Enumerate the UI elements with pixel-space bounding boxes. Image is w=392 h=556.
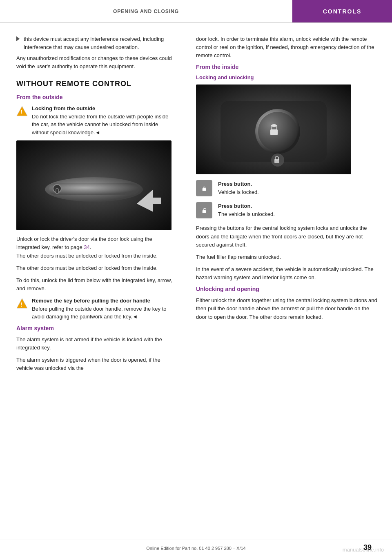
from-outside-title: From the outside [16,94,176,100]
lock-text-2: Press button. The vehicle is unlocked. [218,202,275,218]
header-right-label: CONTROLS [292,0,392,22]
svg-text:!: ! [21,109,23,116]
lock-icon-box-2 [196,202,212,218]
locking-unlocking-title: Locking and unlocking [196,74,380,80]
warning-icon-1: ! [16,105,28,117]
svg-rect-6 [56,189,58,193]
warning1-text: Do not lock the vehicle from the outside… [32,113,169,136]
door-lock-para: door lock. In order to terminate this al… [196,35,380,60]
page-link-34[interactable]: 34 [84,244,89,250]
door-handle-svg [16,140,172,230]
bullet-icon [16,36,20,41]
svg-text:!: ! [21,301,23,308]
main-content: this device must accept any interference… [0,23,392,376]
unlocking-opening-title: Unlocking and opening [196,286,380,292]
right-column: door lock. In order to terminate this al… [188,35,392,376]
page-number: 39 [363,543,372,552]
svg-rect-19 [274,159,279,163]
alarm-para1: The alarm system is not armed if the veh… [16,336,176,352]
svg-rect-4 [49,183,139,195]
interior-lock-svg [196,85,351,174]
warning-block-2: ! Remove the key before pulling the door… [16,297,176,321]
warning-text-2: Remove the key before pulling the door h… [32,297,176,321]
lock-press-2: Press button. [218,203,252,209]
lock-icon-box-1 [196,180,212,196]
bullet-text: this device must accept any interference… [24,35,176,51]
alarm-title: Alarm system [16,325,176,331]
unlock-vehicle: The vehicle is unlocked. [218,211,275,217]
lid-para: To do this, unlock the lid from below wi… [16,276,176,293]
lock-button-row-1: Press button. Vehicle is locked. [196,180,380,196]
lock-press-1: Press button. [218,181,252,187]
page-header: OPENING AND CLOSING CONTROLS [0,0,392,23]
from-inside-title: From the inside [196,64,380,70]
header-left-label: OPENING AND CLOSING [0,0,292,22]
warning-text-1: Locking from the outside Do not lock the… [32,105,176,136]
central-para: Pressing the buttons for the central loc… [196,224,380,249]
lock-vehicle-locked: Vehicle is locked. [218,189,259,195]
section-title: WITHOUT REMOTE CONTROL [16,80,176,88]
fuel-para: The fuel filler flap remains unlocked. [196,253,380,261]
footer-text: Online Edition for Part no. 01 40 2 957 … [146,546,245,551]
alarm-para2: The alarm system is triggered when the d… [16,356,176,372]
left-column: this device must accept any interference… [0,35,188,376]
bullet-item: this device must accept any interference… [16,35,176,51]
svg-rect-15 [270,129,278,135]
warning-block-1: ! Locking from the outside Do not lock t… [16,105,176,136]
lock-button-row-2: Press button. The vehicle is unlocked. [196,202,380,218]
unauthorized-para: Any unauthorized modifications or change… [16,54,176,71]
lock-icon-2 [200,206,209,215]
unlocking-para: Either unlock the doors together using t… [196,296,380,321]
warning1-bold: Locking from the outside [32,105,95,111]
svg-rect-24 [203,210,206,213]
warning-icon-2: ! [16,298,28,309]
lock-icon-1 [200,184,209,193]
door-handle-image [16,140,172,230]
warning2-text: Before pulling the outside door handle, … [32,306,167,320]
lock-text-1: Press button. Vehicle is locked. [218,180,259,196]
unlock-para: Unlock or lock the driver's door via the… [16,235,176,260]
other-doors-para: The other doors must be unlocked or lock… [16,264,176,272]
accident-para: In the event of a severe accident, the v… [196,265,380,282]
page-footer: Online Edition for Part no. 01 40 2 957 … [0,540,392,556]
warning2-bold: Remove the key before pulling the door h… [32,298,150,304]
interior-lock-image [196,85,351,174]
